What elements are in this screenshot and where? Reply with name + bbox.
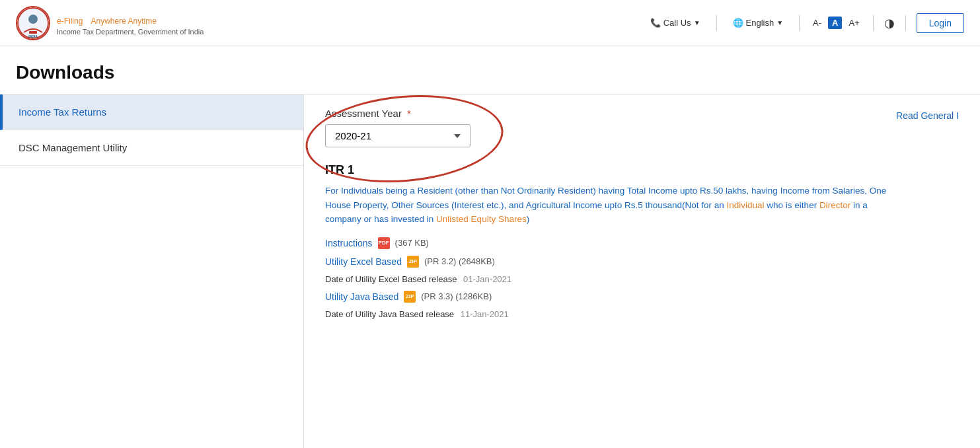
header-left: INDIA e-Filing Anywhere Anytime Income T… [16,6,204,40]
brand-text: e-Filing Anywhere Anytime Income Tax Dep… [57,11,204,36]
contrast-button[interactable]: ◑ [884,16,895,30]
svg-rect-2 [29,31,37,34]
instructions-link[interactable]: Instructions [325,238,373,248]
svg-text:INDIA: INDIA [28,34,38,38]
excel-date-label: Date of Utility Excel Based release [325,274,457,284]
assessment-year-select[interactable]: 2020-21 2019-20 2018-19 2017-18 [325,124,471,147]
header-right: 📞 Call Us ▼ 🌐 English ▼ A- A A+ ◑ Login [645,13,964,33]
logo-emblem: INDIA [16,6,50,40]
java-date-row: Date of Utility Java Based release 11-Ja… [325,309,959,319]
excel-date-value: 01-Jan-2021 [463,274,511,284]
sidebar-label-1: DSC Management Utility [19,142,127,153]
globe-icon: 🌐 [733,18,743,28]
efiling-label: e-Filing [57,17,83,26]
java-date-value: 11-Jan-2021 [461,309,509,319]
svg-point-1 [28,15,38,24]
sidebar-label-0: Income Tax Returns [19,106,106,118]
call-us-button[interactable]: 📞 Call Us ▼ [645,15,706,30]
instructions-row: Instructions PDF (367 KB) [325,237,959,249]
font-increase-button[interactable]: A+ [846,17,862,29]
language-label: English [746,18,774,28]
page-title: Downloads [16,62,964,83]
chevron-down-icon: ▼ [694,19,700,26]
content-area: Assessment Year * 2020-21 2019-20 2018-1… [304,94,980,448]
assessment-year-section: Assessment Year * 2020-21 2019-20 2018-1… [325,108,471,147]
call-us-label: Call Us [663,18,691,28]
itr-title: ITR 1 [325,163,959,177]
pdf-icon: PDF [378,237,390,249]
page-title-area: Downloads [0,46,980,94]
sidebar: Income Tax Returns DSC Management Utilit… [0,94,304,448]
sidebar-item-dsc-management[interactable]: DSC Management Utility [0,130,303,166]
instructions-meta: (367 KB) [395,238,429,248]
assessment-year-label: Assessment Year * [325,108,471,119]
divider-1 [716,15,717,31]
itr-description: For Individuals being a Resident (other … [325,184,893,227]
divider-4 [905,15,906,31]
excel-meta: (PR 3.2) (2648KB) [424,256,495,266]
java-date-label: Date of Utility Java Based release [325,309,454,319]
header: INDIA e-Filing Anywhere Anytime Income T… [0,0,980,46]
chevron-down-icon-2: ▼ [776,19,783,26]
brand-tagline: Anywhere Anytime [91,17,156,26]
excel-utility-link[interactable]: Utility Excel Based [325,256,402,267]
java-utility-link[interactable]: Utility Java Based [325,291,398,302]
required-star: * [407,108,411,119]
java-utility-row: Utility Java Based ZIP (PR 3.3) (1286KB) [325,291,959,303]
zip-icon-java: ZIP [404,291,416,303]
assessment-label-text: Assessment Year [325,108,402,119]
excel-utility-row: Utility Excel Based ZIP (PR 3.2) (2648KB… [325,256,959,268]
top-content-row: Assessment Year * 2020-21 2019-20 2018-1… [325,108,959,147]
font-decrease-button[interactable]: A- [810,17,824,29]
sidebar-item-income-tax-returns[interactable]: Income Tax Returns [0,94,303,130]
itr-section: ITR 1 For Individuals being a Resident (… [325,163,959,319]
excel-date-row: Date of Utility Excel Based release 01-J… [325,274,959,284]
language-button[interactable]: 🌐 English ▼ [728,15,789,30]
phone-icon: 📞 [650,18,661,28]
divider-2 [799,15,800,31]
read-general-link[interactable]: Read General I [896,108,959,121]
font-size-controls: A- A A+ [810,17,862,29]
main-layout: Income Tax Returns DSC Management Utilit… [0,94,980,448]
font-medium-button[interactable]: A [828,17,842,29]
divider-3 [873,15,874,31]
zip-icon-excel: ZIP [407,256,419,268]
login-button[interactable]: Login [917,13,964,33]
brand-efiling: e-Filing Anywhere Anytime [57,11,204,28]
brand-subtitle: Income Tax Department, Government of Ind… [57,28,204,36]
java-meta: (PR 3.3) (1286KB) [421,291,492,301]
